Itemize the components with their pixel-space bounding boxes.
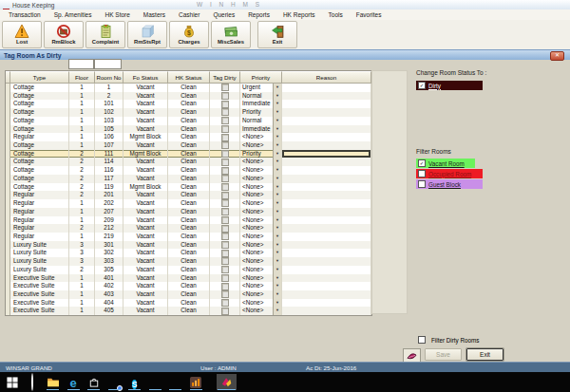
cell-reason[interactable] <box>282 92 371 101</box>
taskbar-start-button[interactable] <box>5 374 19 390</box>
tag-dirty-checkbox[interactable] <box>221 299 229 307</box>
priority-dropdown-icon[interactable]: ▼ <box>273 233 281 241</box>
table-row[interactable]: Executive Suite1405VacantClean<None>▼ <box>6 307 371 315</box>
tag-dirty-checkbox[interactable] <box>221 183 229 191</box>
cell-reason[interactable] <box>282 274 371 283</box>
cell-reason[interactable] <box>282 84 371 92</box>
table-row[interactable]: Executive Suite1401VacantClean<None>▼ <box>6 274 371 283</box>
table-row[interactable]: Cottage1101VacantCleanImmediate▼ <box>6 100 371 108</box>
filter-vacant-room-checkbox[interactable]: ✓ <box>418 159 426 167</box>
cell-reason[interactable] <box>282 208 371 216</box>
tag-dirty-checkbox[interactable] <box>221 167 229 175</box>
priority-dropdown-icon[interactable]: ▼ <box>273 208 281 216</box>
cell-reason[interactable] <box>282 125 371 134</box>
taskbar-green-app-button[interactable] <box>148 374 162 390</box>
cell-reason[interactable] <box>282 100 371 108</box>
table-row[interactable]: Luxury Suite3303VacantClean<None>▼ <box>6 257 371 266</box>
cell-reason[interactable] <box>282 150 371 159</box>
table-row[interactable]: Cottage2117VacantClean<None>▼ <box>6 175 371 183</box>
priority-dropdown-icon[interactable]: ▼ <box>273 241 281 250</box>
filter-guest-block[interactable]: Guest Block <box>416 179 483 189</box>
menu-item-reports[interactable]: Reports <box>241 9 276 20</box>
tag-dirty-checkbox[interactable] <box>221 192 229 199</box>
taskbar-cortana-button[interactable] <box>26 374 40 390</box>
table-row[interactable]: Cottage2114VacantClean<None>▼ <box>6 158 371 166</box>
column-header-fo-status[interactable]: Fo Status <box>124 71 168 84</box>
cell-reason[interactable] <box>282 282 371 290</box>
column-header-hk-status[interactable]: HK Status <box>168 71 210 84</box>
priority-dropdown-icon[interactable]: ▼ <box>273 84 281 92</box>
save-button[interactable]: Save <box>425 348 462 361</box>
table-row[interactable]: Luxury Suite3301VacantClean<None>▼ <box>6 241 371 250</box>
table-row[interactable]: Regular2212VacantClean<None>▼ <box>6 224 371 233</box>
table-row[interactable]: Luxury Suite3302VacantClean<None>▼ <box>6 249 371 257</box>
priority-dropdown-icon[interactable]: ▼ <box>273 299 281 308</box>
table-row[interactable]: Regular1209VacantClean<None>▼ <box>6 216 371 225</box>
tag-dirty-checkbox[interactable] <box>221 257 229 265</box>
tag-dirty-checkbox[interactable] <box>221 108 229 116</box>
tag-dirty-checkbox[interactable] <box>221 117 229 124</box>
priority-dropdown-icon[interactable]: ▼ <box>273 166 281 175</box>
priority-dropdown-icon[interactable]: ▼ <box>273 224 281 233</box>
tag-dirty-checkbox[interactable] <box>221 225 229 233</box>
priority-dropdown-icon[interactable]: ▼ <box>273 290 281 299</box>
cell-reason[interactable] <box>282 216 371 225</box>
menu-item-hk-reports[interactable]: HK Reports <box>276 9 322 20</box>
priority-dropdown-icon[interactable]: ▼ <box>273 158 281 166</box>
filter-occupied-room-checkbox[interactable] <box>418 170 426 177</box>
taskbar-edge-button[interactable]: e <box>66 374 81 390</box>
tag-dirty-checkbox[interactable] <box>221 125 229 133</box>
menu-item-masters[interactable]: Masters <box>137 9 172 20</box>
priority-dropdown-icon[interactable]: ▼ <box>273 216 281 225</box>
complaint-button[interactable]: Complaint <box>86 21 125 48</box>
table-row[interactable]: Executive Suite1403VacantClean<None>▼ <box>6 290 371 299</box>
table-row[interactable]: Cottage1107VacantClean<None>▼ <box>6 141 371 150</box>
priority-dropdown-icon[interactable]: ▼ <box>273 199 281 208</box>
priority-dropdown-icon[interactable]: ▼ <box>273 307 281 315</box>
taskbar-chart-app-button[interactable] <box>189 374 203 390</box>
filter-vacant-room[interactable]: ✓Vacant Room <box>416 159 475 168</box>
table-row[interactable]: Cottage1103VacantCleanNormal▼ <box>6 117 371 125</box>
cell-reason[interactable] <box>282 183 371 192</box>
column-header-floor[interactable]: Floor <box>69 71 95 84</box>
priority-dropdown-icon[interactable]: ▼ <box>273 100 281 108</box>
table-row[interactable]: Luxury Suite2305VacantClean<None>▼ <box>6 266 371 274</box>
tag-dirty-checkbox[interactable] <box>221 233 229 240</box>
priority-dropdown-icon[interactable]: ▼ <box>273 125 281 134</box>
priority-dropdown-icon[interactable]: ▼ <box>273 108 281 117</box>
table-row[interactable]: Regular1219VacantClean<None>▼ <box>6 233 371 241</box>
cell-reason[interactable] <box>282 290 371 299</box>
filter-dirty-checkbox[interactable] <box>418 336 426 344</box>
cell-reason[interactable] <box>282 191 371 199</box>
cell-reason[interactable] <box>282 224 371 233</box>
dirty-status-checkbox[interactable]: ✓ <box>418 82 426 89</box>
priority-dropdown-icon[interactable]: ▼ <box>273 274 281 283</box>
table-row[interactable]: Executive Suite1402VacantClean<None>▼ <box>6 282 371 290</box>
cell-reason[interactable] <box>282 266 371 274</box>
room-filter-input[interactable] <box>94 59 122 69</box>
taskbar-file-explorer-button[interactable] <box>46 374 60 390</box>
priority-dropdown-icon[interactable]: ▼ <box>273 141 281 150</box>
tag-dirty-checkbox[interactable] <box>221 134 229 141</box>
priority-dropdown-icon[interactable]: ▼ <box>273 92 281 101</box>
rmblock-button[interactable]: RmBlock <box>44 21 84 48</box>
cell-reason[interactable] <box>282 249 371 257</box>
priority-dropdown-icon[interactable]: ▼ <box>273 266 281 274</box>
cell-reason[interactable] <box>282 257 371 266</box>
table-row[interactable]: Cottage1105VacantCleanImmediate▼ <box>6 125 371 134</box>
tag-dirty-checkbox[interactable] <box>221 101 229 108</box>
priority-dropdown-icon[interactable]: ▼ <box>273 150 281 159</box>
taskbar-globe-app-button[interactable] <box>168 374 182 390</box>
cell-reason[interactable] <box>282 117 371 125</box>
tag-dirty-checkbox[interactable] <box>221 84 229 91</box>
cell-reason[interactable] <box>282 141 371 150</box>
filter-guest-block-checkbox[interactable] <box>418 180 426 188</box>
taskbar-winhms-app-button[interactable] <box>217 374 237 390</box>
floor-filter-input[interactable] <box>68 59 94 69</box>
miscsales-button[interactable]: MiscSales <box>211 21 251 48</box>
rmstsrpt-button[interactable]: RmStsRpt <box>127 21 167 48</box>
priority-dropdown-icon[interactable]: ▼ <box>273 175 281 183</box>
tag-dirty-checkbox[interactable] <box>221 266 229 273</box>
tag-dirty-checkbox[interactable] <box>221 283 229 290</box>
cell-reason[interactable] <box>282 199 371 208</box>
